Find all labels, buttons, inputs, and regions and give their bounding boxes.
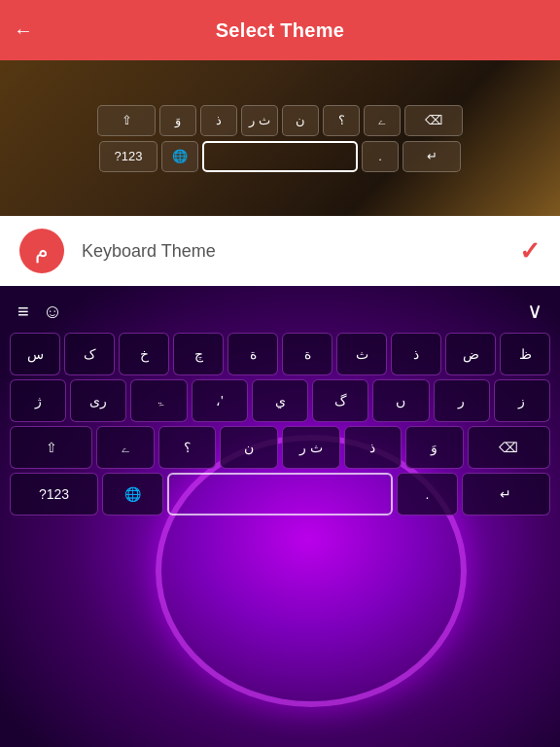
pkey-dh2: ض — [445, 333, 496, 375]
purple-row-2: ژ ری ۃ ،' ي گ ں ر ز — [10, 379, 550, 422]
emoji-icon[interactable]: ☺ — [43, 301, 62, 323]
pkey-dh: ذ — [391, 333, 441, 375]
theme-checkmark: ✓ — [519, 236, 541, 267]
theme-label: Keyboard Theme — [82, 241, 502, 262]
key-6: ے — [364, 105, 401, 136]
pkey-z: ظ — [500, 333, 550, 375]
key-enter: ↵ — [402, 141, 461, 172]
key-globe: 🌐 — [161, 141, 198, 172]
pkey-s: س — [10, 333, 60, 375]
key-5: ؟ — [323, 105, 360, 136]
header-title: Select Theme — [216, 19, 345, 42]
pkey-comma: ،' — [192, 379, 248, 422]
kb-toolbar: ≡ ☺ ∨ — [10, 294, 550, 329]
pkey-th: ث — [336, 333, 387, 375]
pkey-shift: ⇧ — [10, 426, 92, 469]
pkey-zn: ز — [494, 379, 550, 422]
pkey-period: . — [397, 473, 458, 516]
pkey-num: ?123 — [10, 473, 98, 516]
kb-row-1: ⇧ وَ ذ ث ر ن ؟ ے ⌫ — [10, 105, 550, 136]
pkey-ht: ۃ — [130, 379, 187, 422]
key-num: ?123 — [99, 141, 158, 172]
pkey-waw: وَ — [405, 426, 464, 469]
pkey-backspace: ⌫ — [468, 426, 550, 469]
key-shift: ⇧ — [97, 105, 156, 136]
pkey-space — [167, 473, 392, 516]
theme-info-section[interactable]: م Keyboard Theme ✓ — [0, 216, 560, 286]
theme-icon: م — [19, 229, 64, 273]
pkey-ta: ة — [228, 333, 278, 375]
kb-row-2: ?123 🌐 . ↵ — [10, 141, 550, 172]
pkey-globe: 🌐 — [102, 473, 163, 516]
top-keyboard-preview: ⇧ وَ ذ ث ر ن ؟ ے ⌫ ?123 🌐 . ↵ — [0, 60, 560, 216]
key-1: وَ — [159, 105, 196, 136]
pkey-noon: ں — [372, 379, 429, 422]
purple-row-3: ⇧ ے ؟ ن ث ر ذ وَ ⌫ — [10, 426, 550, 469]
purple-row-1: س ک خ چ ة ة ث ذ ض ظ — [10, 333, 550, 375]
app-header: ← Select Theme — [0, 0, 560, 60]
pkey-ch: چ — [173, 333, 224, 375]
pkey-ry: ری — [70, 379, 126, 422]
pkey-enter: ↵ — [462, 473, 550, 516]
pkey-dh3: ذ — [344, 426, 402, 469]
bottom-kb-content: ≡ ☺ ∨ س ک خ چ ة ة ث ذ ض ظ ژ ری ۃ ،' ي گ … — [0, 286, 560, 747]
bottom-keyboard-preview: ≡ ☺ ∨ س ک خ چ ة ة ث ذ ض ظ ژ ری ۃ ،' ي گ … — [0, 286, 560, 747]
key-3: ث ر — [241, 105, 278, 136]
pkey-thr: ث ر — [282, 426, 340, 469]
purple-row-4: ?123 🌐 . ↵ — [10, 473, 550, 516]
back-button[interactable]: ← — [14, 19, 33, 42]
key-4: ن — [282, 105, 319, 136]
pkey-ye: ي — [252, 379, 308, 422]
pkey-r: ر — [434, 379, 490, 422]
pkey-n: ن — [220, 426, 278, 469]
menu-icon[interactable]: ≡ — [18, 301, 29, 323]
pkey-kh: خ — [119, 333, 169, 375]
top-kb-rows: ⇧ وَ ذ ث ر ن ؟ ے ⌫ ?123 🌐 . ↵ — [0, 60, 560, 216]
key-space — [202, 141, 358, 172]
pkey-tb: ة — [282, 333, 332, 375]
pkey-g: گ — [312, 379, 368, 422]
key-period: . — [362, 141, 399, 172]
pkey-ye2: ے — [96, 426, 155, 469]
key-2: ذ — [200, 105, 237, 136]
pkey-zh: ژ — [10, 379, 66, 422]
pkey-k: ک — [64, 333, 115, 375]
pkey-qmark: ؟ — [158, 426, 217, 469]
key-backspace: ⌫ — [404, 105, 463, 136]
collapse-icon[interactable]: ∨ — [527, 299, 542, 324]
toolbar-left: ≡ ☺ — [18, 301, 62, 323]
